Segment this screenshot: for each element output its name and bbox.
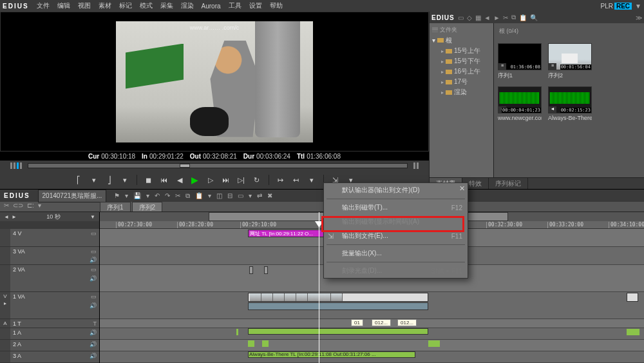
clip-marker[interactable] [264,266,268,274]
forward-icon[interactable]: ► [493,14,500,21]
play-button[interactable]: ▶ [189,174,201,186]
title-icon[interactable]: T [93,320,97,327]
end-button[interactable]: ▷| [236,174,247,186]
mark-out-icon[interactable]: ⎦ [104,174,115,186]
sequence-tab[interactable]: 序列2 [132,202,163,211]
video-icon[interactable]: ▭ [91,266,97,273]
track-header[interactable]: 2 A🔊 [0,340,99,351]
view-icon[interactable]: ▦ [475,14,481,21]
track-header[interactable]: 3 A🔊 [0,351,99,363]
menu-marker[interactable]: 标记 [119,1,132,10]
project-tab[interactable]: 20140721奥瑞斯服... [38,190,107,202]
sequence-tab[interactable]: 序列1 [100,202,131,211]
zoom-out-icon[interactable]: ◄ [4,214,9,220]
copy-icon[interactable]: ⧉ [511,14,516,21]
menu-clip[interactable]: 素材 [99,1,111,10]
next-frame-button[interactable]: ▷ [205,174,216,186]
tree-folder[interactable]: 渲染 [432,87,491,97]
menu-settings[interactable]: 设置 [249,1,262,10]
new-seq-icon[interactable]: ▭ [236,192,245,200]
paste-icon[interactable]: 📋 [194,192,204,200]
menu-aurora[interactable]: Aurora [202,3,221,10]
copy-icon[interactable]: ⧉ [184,192,191,200]
speaker-icon[interactable]: 🔊 [90,257,97,263]
menu-render[interactable]: 渲染 [181,1,194,10]
ctx-output-file[interactable]: ⇲输出到文件(E)...F11 [324,229,468,243]
zoom-scale[interactable]: 10 秒 [19,213,88,221]
track-header[interactable]: 4 V▭ [0,229,99,247]
search-icon[interactable]: 🔍 [530,14,538,21]
marker-label[interactable]: 01 [351,319,363,326]
back-icon[interactable]: ◄ [484,14,491,21]
stop-button[interactable]: ◼ [143,174,155,186]
bin-clip[interactable]: ≡00:01:56:04 序列2 [548,43,592,80]
speaker-icon[interactable]: 🔊 [90,329,97,336]
dropdown-icon[interactable]: ▾ [306,174,317,186]
video-icon[interactable]: ▭ [91,230,97,237]
dropdown-icon[interactable]: ▾ [124,192,129,200]
more-icon[interactable]: ≫ [636,14,642,21]
menu-file[interactable]: 文件 [37,1,50,10]
flag-icon[interactable]: ⚑ [113,192,121,200]
link-icon[interactable]: ⊂⊃ [13,202,23,209]
go-out-icon[interactable]: ↤ [290,174,302,186]
audio-clip[interactable] [236,329,238,335]
cut-icon[interactable]: ✂ [503,14,508,21]
tree-folder[interactable]: 15号下午 [432,56,491,66]
menu-tools[interactable]: 工具 [229,1,242,10]
video-clip[interactable] [248,293,428,302]
menu-capture[interactable]: 采集 [160,1,173,10]
locator-bar[interactable] [0,161,429,171]
track-header[interactable]: 3 VA▭🔊 [0,247,99,265]
folder-icon[interactable]: ▭ [458,14,464,21]
dropdown-icon[interactable]: ▾ [119,174,131,186]
ctx-default-output[interactable]: 默认输出器(输出到文件)(D) [324,183,468,197]
prev-frame-button[interactable]: ◀ [174,174,185,186]
track-row[interactable] [100,328,644,340]
tree-root[interactable]: ▾ 根 [432,35,491,46]
locator-thumb[interactable] [180,164,190,168]
speaker-icon[interactable]: 🔊 [90,275,97,282]
ctx-batch-output[interactable]: 批量输出(X)... [324,246,468,260]
clip-marker[interactable] [249,266,253,274]
rewind-button[interactable]: ⏮ [158,174,170,186]
audio-clip[interactable] [627,329,639,335]
loop-button[interactable]: ↻ [251,174,263,186]
audio-clip[interactable] [248,302,428,310]
dropdown-icon[interactable]: ▾ [145,192,151,200]
paste-icon[interactable]: 📋 [519,14,527,21]
locator-slider[interactable] [28,163,408,168]
track-header[interactable]: V▸ 1 VA▭🔊 [0,292,99,319]
speaker-icon[interactable]: 🔊 [90,302,97,309]
preview-screen[interactable]: www.ar…… .com/c [0,12,429,152]
video-icon[interactable]: ▭ [91,293,97,300]
delete-icon[interactable]: ✖ [266,192,274,200]
marker-label[interactable]: 012... [372,319,391,326]
track-header[interactable]: 2 VA▭🔊 [0,265,99,292]
zoom-in-icon[interactable]: ► [12,214,17,220]
dropdown-icon[interactable]: ▾ [88,174,100,186]
menu-view[interactable]: 视图 [78,1,91,10]
dropdown-icon[interactable]: ▾ [38,202,41,209]
track-row[interactable]: Always-Be-There TL [In:00:29:11:08 Out:0… [100,351,644,363]
tree-folder[interactable]: 16号上午 [432,66,491,77]
tree-folder[interactable]: 15号上午 [432,46,491,56]
bin-folder-tree[interactable]: ▤ 文件夹 ▾ 根 15号上午 15号下午 16号上午 17号 渲染 [430,23,494,177]
tree-folder[interactable]: 17号 [432,77,491,87]
new-icon[interactable]: ◇ [467,14,472,21]
track-header[interactable]: A 1 TT [0,319,99,328]
cut-icon[interactable]: ✂ [174,192,182,200]
menu-help[interactable]: 帮助 [270,1,283,10]
speaker-icon[interactable]: 🔊 [90,341,97,348]
track-header[interactable]: 1 A🔊 [0,328,99,340]
video-icon[interactable]: ▭ [91,248,97,255]
undo-icon[interactable]: ↶ [153,192,161,200]
match-icon[interactable]: ⇄ [256,192,263,200]
fast-forward-button[interactable]: ⏭ [220,174,232,186]
redo-icon[interactable]: ↷ [164,192,171,200]
speaker-icon[interactable]: 🔊 [90,353,97,359]
marker-label[interactable]: 012... [397,319,417,326]
bin-clip[interactable]: ◄00:00:04:01;23 www.newcger.com [498,86,542,121]
ctx-output-tape[interactable]: 输出到磁带(T)...F12 [324,201,468,215]
save-icon[interactable]: 💾 [132,192,142,200]
